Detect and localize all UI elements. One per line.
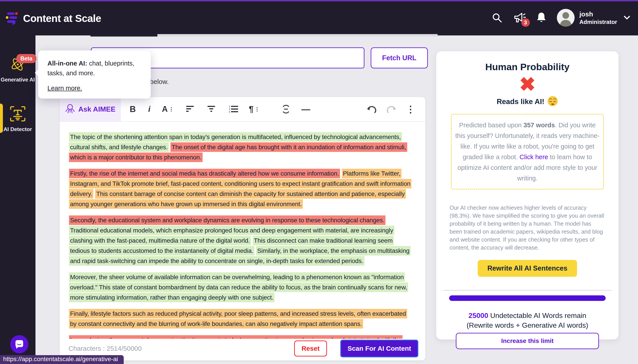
bold-button[interactable]: B [130,104,136,114]
paragraph: Moreover, the sheer volume of available … [69,272,412,303]
navbar-actions: 3 josh Administrator [492,0,630,36]
highlighted-sentence-red: Firstly, the rise of the internet and so… [69,169,340,178]
ask-aimee-label: Ask AIMEE [78,105,115,113]
ai-detector-icon [10,106,26,124]
ask-aimee-button[interactable]: Ask AIMEE [60,97,121,121]
learn-more-link[interactable]: Learn more. [48,84,82,92]
paragraph: Finally, lifestyle factors such as reduc… [69,309,412,329]
svg-text:1: 1 [229,106,230,108]
ordered-list-icon[interactable]: 1 2 3 [229,106,239,113]
font-style-button[interactable]: A ⋮ [150,104,174,114]
paragraph: The topic of the shortening attention sp… [69,132,412,162]
editor-content[interactable]: The topic of the shortening attention sp… [60,122,426,339]
sidebar: Beta Generative AI [0,36,36,364]
verdict-text: Reads like AI! [497,98,544,106]
link-icon[interactable] [281,104,291,114]
svg-text:2: 2 [229,108,230,110]
accuracy-disclaimer: Our AI checker now achieves higher level… [450,204,605,252]
italic-button[interactable]: i [148,104,150,114]
highlighted-sentence-green: Moreover, the sheer volume of available … [69,272,408,302]
sidebar-item-label: Generative AI [1,76,35,83]
tooltip-text: All-in-one AI: chat, blueprints, tasks, … [48,58,143,78]
panel-title: Human Probability [436,62,618,72]
editor-card: Ask AIMEE B i A ⋮ [59,97,426,361]
verdict-row: Reads like AI! [436,96,618,108]
align-center-icon[interactable] [207,106,216,112]
notification-badge: 3 [521,18,530,27]
prediction-box: Predicted based upon 357 words. Did you … [451,114,604,190]
brand-name: Content at Scale [23,12,101,24]
top-navbar: Content at Scale 3 [0,0,638,36]
font-style-dots: ⋮ [168,106,174,112]
horizontal-scrollbar[interactable] [90,34,438,36]
horizontal-rule-icon[interactable]: — [302,104,310,114]
pilcrow-icon: ¶ [249,104,253,114]
reset-button[interactable]: Reset [294,340,327,356]
words-remaining-number: 25000 [468,312,488,320]
bell-icon[interactable] [536,12,546,23]
beta-badge: Beta [17,54,36,63]
words-remaining: 25000 Undetectable AI Words remain (Rewr… [436,311,618,330]
chevron-down-icon[interactable] [624,16,630,20]
words-progress-bar [449,295,606,301]
align-left-icon[interactable] [186,106,195,112]
sidebar-item-ai-detector[interactable]: AI Detector [0,106,36,132]
highlighted-sentence-red: Secondly, the educational system and wor… [69,216,385,225]
all-in-one-ai-tooltip: All-in-one AI: chat, blueprints, tasks, … [38,50,151,98]
octopus-icon [65,104,75,115]
user-role: Administrator [579,18,617,26]
highlighted-sentence-orange: Finally, lifestyle factors such as reduc… [69,309,407,328]
paragraph: Firstly, the rise of the internet and so… [69,168,412,209]
click-here-link[interactable]: Click here [520,154,548,160]
brand-logo-icon [6,11,19,26]
increase-limit-button[interactable]: Increase this limit [456,333,599,349]
editor-toolbar: Ask AIMEE B i A ⋮ [60,97,426,122]
fetch-url-button[interactable]: Fetch URL [371,48,428,68]
paragraph: In conclusion, the apparent decrease in … [69,335,412,339]
brand[interactable]: Content at Scale [6,11,101,26]
user-info[interactable]: josh Administrator [579,10,617,26]
paragraph-dots: ⋮ [255,106,260,112]
red-x-icon: ✖ [436,74,618,95]
app-screen: Content at Scale 3 [0,0,638,364]
pensive-face-emoji [547,96,558,108]
words-remaining-sub: (Rewrite words + Generative AI words) [467,321,588,329]
search-icon[interactable] [492,12,502,23]
human-probability-panel: Human Probability ✖ Reads like AI! Predi… [436,51,618,340]
font-style-label: A [162,104,168,114]
user-name: josh [579,10,617,18]
instruction-text: below. [150,78,169,86]
highlighted-sentence-orange: This constant barrage of concise content… [69,189,406,209]
paragraph: Secondly, the educational system and wor… [69,215,412,266]
svg-text:3: 3 [229,110,230,113]
avatar[interactable] [557,9,575,26]
sidebar-item-label: AI Detector [4,126,32,132]
word-count: 357 words [523,122,555,129]
highlighted-sentence-red: In conclusion, the apparent decrease in … [69,335,402,339]
status-bar-url: https://app.contentatscale.ai/generative… [0,355,124,364]
paragraph-format-button[interactable]: ¶ ⋮ [239,104,260,114]
panel-divider [443,290,611,290]
tooltip-arrow [35,69,39,76]
announcements-icon[interactable]: 3 [513,12,526,24]
scan-button[interactable]: Scan For AI Content [340,340,418,357]
redo-icon[interactable] [386,105,396,113]
prediction-text: Predicted based upon 357 words. Did you … [455,122,600,182]
character-count: Characters : 2514/50000 [69,345,294,352]
more-options-icon[interactable]: ⋮ [406,104,415,115]
undo-icon[interactable] [366,105,377,113]
chat-bubble-button[interactable] [10,335,28,353]
scrollbar-thumb[interactable] [90,34,157,36]
rewrite-all-button[interactable]: Rewrite All AI Sentences [478,260,577,277]
tooltip-bold: All-in-one AI: [48,60,87,67]
